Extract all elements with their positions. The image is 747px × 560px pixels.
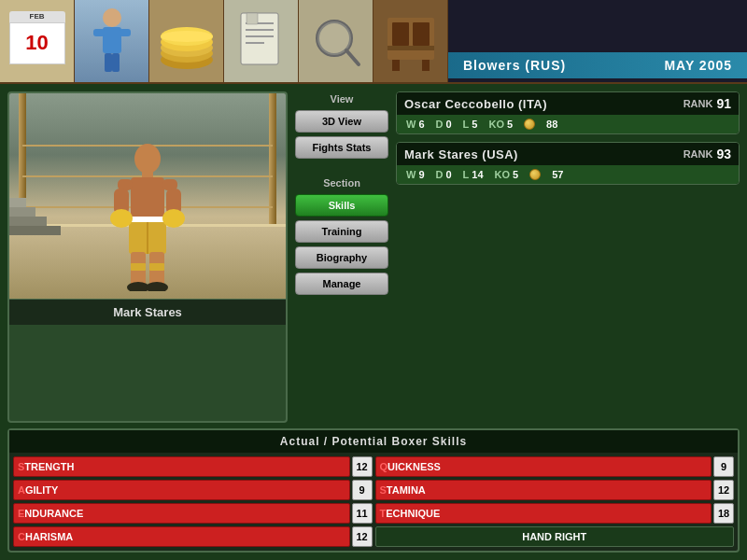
skill-row-stamina: STAMINA 12 xyxy=(375,480,735,500)
skill-value-strength: 12 xyxy=(352,456,373,477)
svg-point-46 xyxy=(146,282,168,291)
l-val-2: 14 xyxy=(472,169,483,180)
opponent-stats-2: W9 D0 L14 KO5 57 xyxy=(397,165,739,184)
svg-rect-4 xyxy=(105,53,112,72)
opponent-card-1: Oscar Ceccobello (ITA) RANK 91 W6 D0 L5 … xyxy=(396,91,740,134)
nav-calendar[interactable]: FEB 10 xyxy=(0,0,75,82)
skill-bar-hand: HAND RIGHT xyxy=(375,526,735,547)
w-val-2: 9 xyxy=(418,169,424,180)
skill-bar-technique: TECHNIQUE xyxy=(375,503,712,524)
boxer-preview: Mark Stares xyxy=(7,91,288,423)
btn-training[interactable]: Training xyxy=(295,220,388,243)
rank-value-1: 91 xyxy=(716,96,731,111)
skill-name-hand: HAND RIGHT xyxy=(380,531,730,542)
calendar-month: FEB xyxy=(9,11,65,22)
rank-label-1: RANK xyxy=(684,98,713,109)
skills-header: Actual / Potential Boxer Skills xyxy=(9,430,738,453)
coin-icon-2 xyxy=(529,169,541,180)
svg-rect-17 xyxy=(247,13,258,24)
skill-row-quickness: QUICKNESS 9 xyxy=(375,456,735,477)
view-label: View xyxy=(295,91,388,106)
nav-boxer[interactable] xyxy=(75,0,149,82)
nav-search[interactable] xyxy=(299,0,374,82)
nav-documents[interactable] xyxy=(224,0,299,82)
nav-title-area: Blowers (RUS) MAY 2005 xyxy=(448,0,747,82)
nav-title-bar: Blowers (RUS) MAY 2005 xyxy=(448,52,747,78)
skill-value-stamina: 12 xyxy=(713,480,734,500)
skill-value-charisma: 12 xyxy=(352,526,373,547)
d-val-1: 0 xyxy=(445,119,451,130)
btn-biography[interactable]: Biography xyxy=(295,246,388,269)
opponent-name-2: Mark Stares (USA) xyxy=(404,147,518,161)
w-label: W xyxy=(406,119,416,130)
skill-bar-stamina: STAMINA xyxy=(375,480,712,500)
svg-rect-26 xyxy=(422,60,430,71)
btn-fights-stats[interactable]: Fights Stats xyxy=(295,136,388,159)
ring-background xyxy=(9,93,286,299)
svg-rect-36 xyxy=(129,217,166,222)
skill-name-strength: STRENGTH xyxy=(18,461,345,472)
stairs-icon xyxy=(9,198,61,235)
skill-bar-quickness: QUICKNESS xyxy=(375,456,712,477)
skill-value-quickness: 9 xyxy=(713,456,734,477)
opponent-name-1: Oscar Ceccobello (ITA) xyxy=(404,97,547,111)
skill-row-strength: STRENGTH 12 xyxy=(13,456,373,477)
controls-panel: View 3D View Fights Stats Section Skills… xyxy=(295,91,388,423)
skill-bar-endurance: ENDURANCE xyxy=(13,503,350,524)
svg-rect-5 xyxy=(112,53,120,72)
skill-row-agility: AGILITY 9 xyxy=(13,480,373,500)
d-label-2: D xyxy=(436,169,444,180)
calendar-day: 10 xyxy=(9,22,65,64)
coins-icon xyxy=(154,8,219,74)
skill-name-agility: AGILITY xyxy=(18,484,345,496)
svg-line-20 xyxy=(346,50,359,64)
top-nav: FEB 10 xyxy=(0,0,747,84)
skill-name-stamina: STAMINA xyxy=(380,484,708,496)
opponent-header-2: Mark Stares (USA) RANK 93 xyxy=(397,143,739,165)
opponent-stats-1: W6 D0 L5 KO5 88 xyxy=(397,115,739,133)
svg-rect-28 xyxy=(9,217,47,226)
main-content: Mark Stares View 3D View Fights Stats Se… xyxy=(0,84,747,560)
svg-rect-27 xyxy=(9,226,61,235)
skill-row-endurance: ENDURANCE 11 xyxy=(13,503,373,524)
skills-grid: STRENGTH 12 QUICKNESS 9 AGILITY 9 xyxy=(9,453,738,551)
btn-manage[interactable]: Manage xyxy=(295,273,388,295)
boxer-icon xyxy=(89,8,135,74)
coin-icon-1 xyxy=(524,119,535,130)
skill-row-technique: TECHNIQUE 18 xyxy=(375,503,735,524)
btn-skills[interactable]: Skills xyxy=(295,194,388,217)
ko-label: KO xyxy=(488,119,504,130)
svg-rect-3 xyxy=(120,29,131,36)
boxer-figure xyxy=(110,142,185,291)
ko-label-2: KO xyxy=(495,169,511,180)
furniture-icon xyxy=(383,8,439,74)
skill-name-charisma: CHARISMA xyxy=(18,531,345,542)
boxer-name-label: Mark Stares xyxy=(9,299,286,325)
skill-name-endurance: ENDURANCE xyxy=(18,508,345,519)
svg-rect-48 xyxy=(149,263,164,271)
svg-rect-47 xyxy=(131,263,146,271)
skill-name-technique: TECHNIQUE xyxy=(380,508,708,519)
opponent-card-2: Mark Stares (USA) RANK 93 W9 D0 L14 KO5 … xyxy=(396,142,740,185)
svg-point-39 xyxy=(110,209,133,228)
skill-value-endurance: 11 xyxy=(352,503,373,524)
nav-player-name: Blowers (RUS) xyxy=(463,58,566,73)
skill-row-hand: HAND RIGHT xyxy=(375,526,735,547)
nav-furniture[interactable] xyxy=(374,0,448,82)
svg-rect-25 xyxy=(392,60,400,71)
l-val-1: 5 xyxy=(472,119,477,130)
rank-badge-1: RANK 91 xyxy=(684,96,731,111)
nav-coins[interactable] xyxy=(149,0,224,82)
svg-point-11 xyxy=(161,31,213,42)
rank-badge-2: RANK 93 xyxy=(684,147,731,161)
btn-3d-view[interactable]: 3D View xyxy=(295,110,388,133)
ko-val-2: 5 xyxy=(513,169,518,180)
d-label: D xyxy=(436,119,444,130)
w-label-2: W xyxy=(406,169,416,180)
search-icon xyxy=(308,8,364,74)
w-val-1: 6 xyxy=(418,119,424,130)
svg-point-42 xyxy=(162,209,185,228)
svg-rect-23 xyxy=(413,22,430,46)
nav-date: MAY 2005 xyxy=(664,58,732,73)
svg-rect-22 xyxy=(392,22,409,46)
